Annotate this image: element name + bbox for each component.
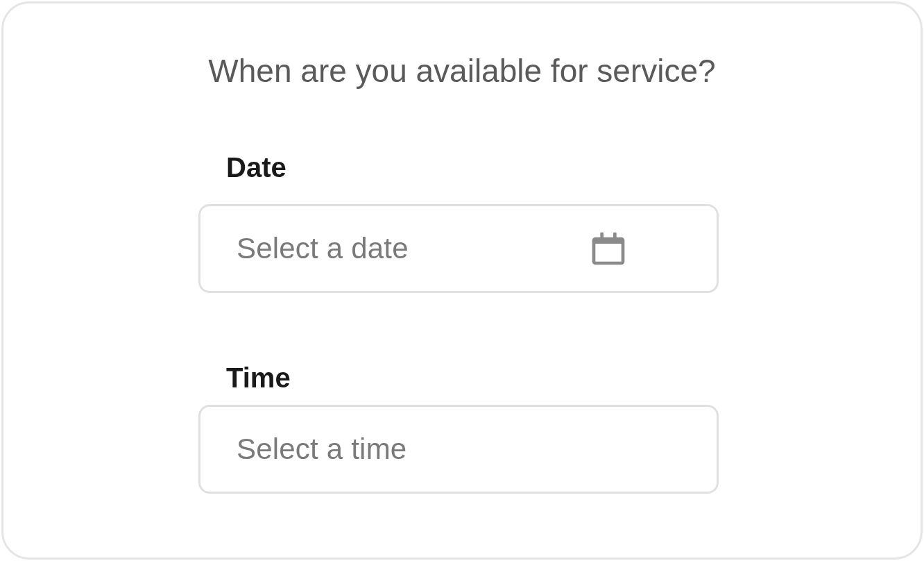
time-label: Time	[198, 362, 726, 394]
svg-rect-4	[613, 247, 617, 251]
availability-card: When are you available for service? Date…	[1, 1, 923, 560]
svg-rect-2	[599, 247, 604, 251]
date-label: Date	[198, 152, 726, 183]
form-area: Date Select a date	[198, 152, 726, 494]
time-field-group: Time Select a time	[198, 362, 726, 494]
svg-rect-6	[606, 253, 611, 257]
svg-rect-5	[599, 253, 604, 257]
time-input[interactable]: Select a time	[198, 405, 719, 494]
calendar-icon	[589, 229, 628, 268]
svg-rect-7	[613, 253, 617, 257]
svg-rect-3	[606, 247, 611, 251]
time-placeholder: Select a time	[237, 433, 683, 466]
card-title: When are you available for service?	[31, 52, 893, 90]
date-field-group: Date Select a date	[198, 152, 726, 293]
date-placeholder: Select a date	[237, 232, 589, 265]
date-input[interactable]: Select a date	[198, 204, 719, 293]
